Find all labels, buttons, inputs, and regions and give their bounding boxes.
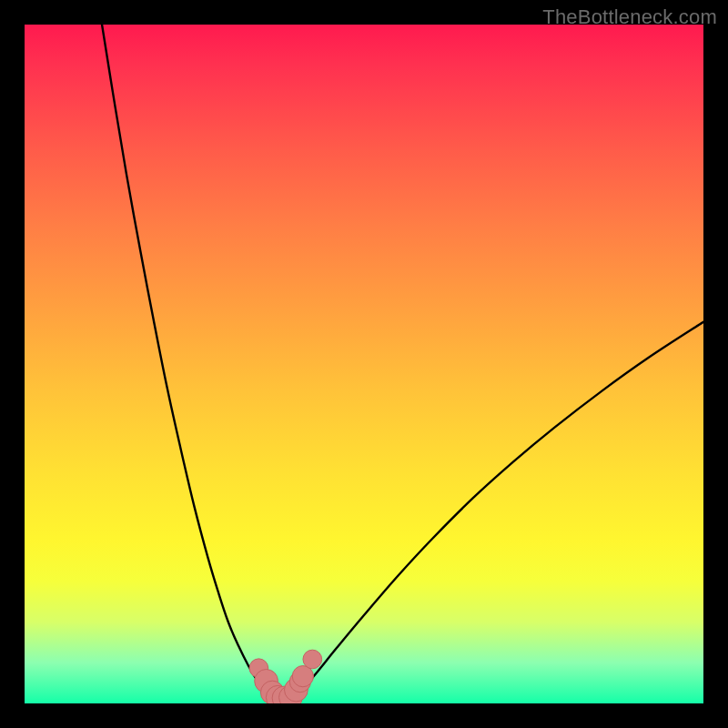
valley-marker: [303, 650, 322, 669]
valley-markers: [249, 650, 322, 703]
right-curve: [294, 322, 703, 697]
bottleneck-chart: [25, 25, 703, 703]
curve-group: [102, 25, 703, 701]
chart-frame: [25, 25, 703, 703]
watermark-text: TheBottleneck.com: [542, 5, 717, 29]
left-curve: [102, 25, 274, 697]
